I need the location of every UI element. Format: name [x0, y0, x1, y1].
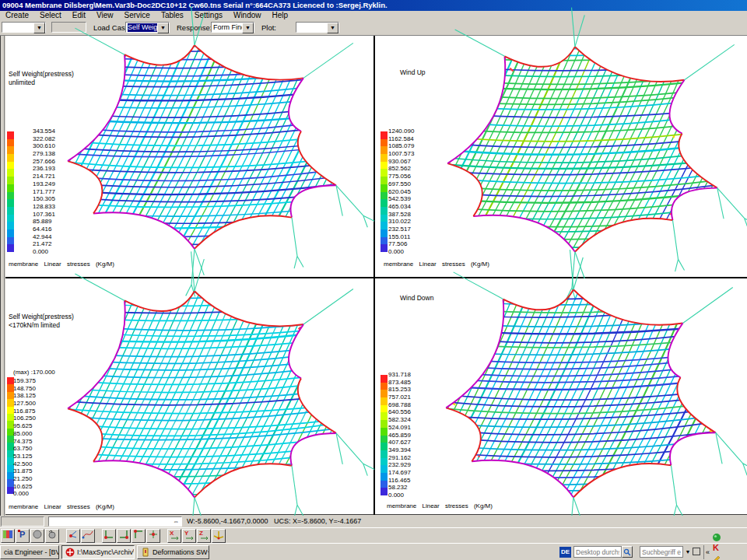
chevron-down-icon[interactable]: ▼	[242, 23, 254, 33]
viewport-vertical-divider	[374, 36, 375, 515]
legend-value: 697.550	[388, 180, 414, 188]
ucs-3-icon-button[interactable]	[132, 529, 146, 543]
taskbar-button-2[interactable]: I:\MaxSync\Archiv\A...	[61, 545, 135, 559]
membrane-mesh-plot	[32, 283, 382, 513]
tray-expand-icon[interactable]: «	[706, 545, 710, 559]
chevron-down-icon[interactable]: ▼	[684, 548, 692, 556]
legend-value: 387.528	[388, 211, 414, 219]
legend-color-step	[7, 207, 14, 215]
legend-values: 159.375148.750138.125127.500116.875106.2…	[13, 377, 36, 498]
quick-select-combobox[interactable]: ▼	[2, 22, 46, 33]
panel-self-weight-unlimited[interactable]: Self Weight(prestress)unlimited 343.5543…	[5, 36, 373, 277]
chevron-down-icon[interactable]: ▼	[33, 23, 45, 33]
legend-color-step	[381, 450, 388, 458]
ucs-3-icon	[133, 529, 144, 543]
menu-settings[interactable]: Settings	[189, 11, 228, 20]
command-spin-icon[interactable]: ⇔	[171, 518, 181, 525]
tray-k-icon[interactable]: K	[711, 542, 721, 552]
panel-self-weight-limited[interactable]: Self Weight(prestress)<170kN/m limited (…	[5, 278, 373, 515]
tray-pencil-icon[interactable]	[711, 552, 721, 560]
chevron-down-icon[interactable]: ▼	[157, 23, 169, 33]
legend-value: 1085.079	[388, 142, 414, 150]
shade-rotate-icon-button[interactable]	[45, 529, 59, 543]
menu-service[interactable]: Service	[119, 11, 156, 20]
legend-value: 465.859	[388, 432, 411, 439]
shade-icon-button[interactable]	[30, 529, 44, 543]
menu-tables[interactable]: Tables	[156, 11, 189, 20]
view-z-icon: Z	[198, 529, 209, 543]
view-x-icon: X	[169, 529, 180, 543]
taskbar-button-3[interactable]: Deformations SW+WUp...	[137, 545, 209, 559]
view-z-icon-button[interactable]: Z	[197, 529, 211, 543]
legend-value: 148.750	[13, 385, 36, 393]
legend-color-step	[381, 473, 388, 481]
legend-color-step	[7, 199, 14, 207]
response-combobox[interactable]: Form Find Respor ▼	[211, 22, 254, 33]
ucs-1-icon-button[interactable]	[102, 529, 116, 543]
menu-create[interactable]: Create	[0, 11, 34, 20]
legend-color-step	[381, 375, 388, 383]
legend-value: 171.777	[33, 188, 55, 196]
search-icon[interactable]	[622, 546, 633, 558]
legend-value: 85.000	[13, 430, 36, 438]
taskbar-button-1[interactable]: cia Engineer - [BV Dilsb...	[0, 545, 59, 559]
status-left-panel	[1, 516, 44, 527]
tray-green-icon[interactable]	[711, 532, 721, 542]
coordinates-readout: W:-5.8600,-4.1667,0.0000 UCS: X=-5.8600,…	[187, 517, 361, 525]
legend-value: 0.000	[388, 248, 414, 256]
menu-window[interactable]: Window	[228, 11, 267, 20]
ucs-1-icon	[103, 529, 114, 543]
menu-edit[interactable]: Edit	[67, 11, 91, 20]
legend-color-step	[7, 184, 14, 192]
desktop-search-input[interactable]	[573, 546, 622, 558]
menu-select[interactable]: Select	[34, 11, 67, 20]
legend-color-step	[7, 131, 14, 139]
view-x-icon-button[interactable]: X	[167, 529, 181, 543]
legend-color-step	[381, 397, 388, 405]
ucs-2-icon-button[interactable]	[117, 529, 131, 543]
menu-view[interactable]: View	[91, 11, 119, 20]
canvas-left-border	[0, 36, 5, 516]
plot-combobox[interactable]: ▼	[296, 22, 339, 33]
axes-triad-icon-button[interactable]	[212, 529, 226, 543]
legend-value: 63.750	[13, 445, 36, 453]
legend-value: 74.375	[13, 438, 36, 446]
legend-value: 127.500	[13, 400, 36, 408]
view-y-icon-button[interactable]: Y	[182, 529, 196, 543]
legend-color-step	[381, 177, 388, 184]
node-icon-button[interactable]	[66, 529, 80, 543]
spline-icon-button[interactable]	[81, 529, 95, 543]
legend-color-step	[381, 229, 388, 237]
command-input[interactable]	[48, 516, 182, 527]
legend-color-step	[7, 237, 14, 245]
chevron-down-icon[interactable]: ▼	[327, 23, 338, 33]
legend-color-step	[381, 154, 388, 162]
load-case-combobox[interactable]: Self Weight ▼	[125, 22, 170, 33]
legend-value: 10.625	[13, 483, 36, 491]
legend-value: 349.394	[388, 446, 411, 454]
panel-wind-up[interactable]: Wind Up 1240.0901162.5841085.0791007.573…	[376, 36, 747, 277]
ucs-2-icon	[118, 529, 129, 543]
legend-value: 64.416	[33, 226, 55, 233]
legend-value: 116.875	[13, 408, 36, 415]
svg-text:K: K	[713, 543, 719, 552]
legend-color-step	[381, 420, 388, 428]
legend-color-step	[381, 207, 388, 215]
search-term-input[interactable]	[640, 546, 683, 558]
menu-help[interactable]: Help	[267, 11, 294, 20]
render-icon-button[interactable]	[1, 529, 15, 543]
system-tray: « K	[703, 545, 745, 559]
application-window: 09004 Membrane Dilsberg\Mem.Var3b-Doc2DC…	[0, 0, 747, 560]
legend-value: 21.250	[13, 475, 36, 483]
legend-color-step	[7, 177, 14, 184]
panel-wind-down[interactable]: Wind Down 931.718873.485815.253757.02169…	[376, 278, 747, 515]
legend-value: 343.554	[33, 128, 55, 135]
language-indicator[interactable]: DE	[559, 547, 571, 558]
ucs-4-icon-button[interactable]	[146, 529, 160, 543]
render-icon	[2, 529, 13, 543]
legend-color-step	[381, 131, 388, 139]
search-window-button[interactable]	[693, 548, 700, 555]
plot-p-icon-button[interactable]: P	[16, 529, 30, 543]
window-title: 09004 Membrane Dilsberg\Mem.Var3b-Doc2DC…	[2, 1, 388, 9]
legend-value: 407.627	[388, 439, 411, 446]
